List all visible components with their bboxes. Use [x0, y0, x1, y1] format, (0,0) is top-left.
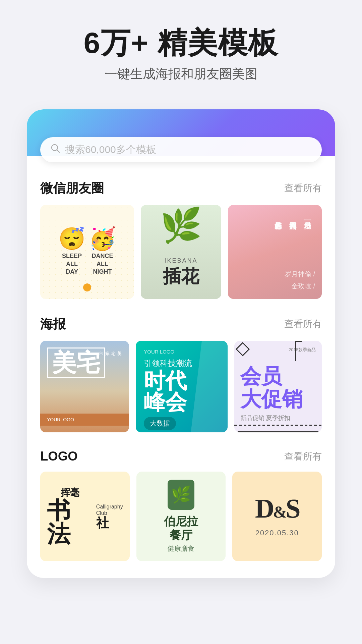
poster1-logo: YOURLOGO: [47, 417, 122, 422]
phone-card: 搜索60,000多个模板 微信朋友圈 查看所有 😴 SLEEPALLDAY 🥳: [27, 109, 335, 578]
wechat-view-all[interactable]: 查看所有: [284, 182, 322, 195]
wechat-card-poem[interactable]: 岁月是一场 有去无回的旅行 好的坏的都是风景 岁月神偷 / 金玫岐 /: [228, 205, 322, 299]
poster2-title1: 时代: [144, 369, 187, 393]
logo1-en1: Calligraphy: [96, 503, 123, 510]
logo3-amp: &: [273, 502, 286, 521]
search-bar[interactable]: 搜索60,000多个模板: [40, 137, 322, 162]
ikebana-en-text: IKEBANA: [141, 257, 221, 264]
logo2-leaf-icon: 🌿: [168, 480, 194, 510]
logo1-cn2: 书法: [47, 499, 94, 546]
hero-subtitle: 一键生成海报和朋友圈美图: [20, 65, 342, 83]
wechat-section-title: 微信朋友圈: [40, 180, 104, 197]
poster-section-header: 海报 查看所有: [40, 316, 322, 333]
poster3-diamond: [235, 342, 249, 356]
logo1-cn3: 社: [96, 517, 109, 529]
poem-author2: 金玫岐 /: [285, 280, 315, 292]
ikebana-text-block: IKEBANA 插花: [141, 257, 221, 289]
orange-dot: [83, 283, 91, 291]
logo1-en-block: Calligraphy Club 社: [96, 503, 123, 529]
logo1-content: 挥毫 书法 Calligraphy Club 社: [47, 486, 123, 546]
ikebana-cn-text: 插花: [141, 264, 221, 289]
logo3-letters: D&S: [255, 495, 299, 522]
poem-author1: 岁月神偷 /: [285, 268, 315, 280]
poster3-t1: 会员: [240, 365, 282, 388]
wechat-section-header: 微信朋友圈 查看所有: [40, 180, 322, 197]
logo-card-restaurant[interactable]: 🌿 伯尼拉 餐厅 健康膳食: [136, 472, 226, 561]
logo2-name1: 伯尼拉: [164, 515, 198, 528]
logo1-cn-block: 挥毫 书法: [47, 486, 94, 546]
logo1-cn1: 挥毫: [61, 486, 79, 499]
logo2-sub-text: 健康膳食: [164, 544, 198, 553]
wechat-card-sleep-dance[interactable]: 😴 SLEEPALLDAY 🥳 DANCEALLNIGHT: [40, 205, 134, 299]
poster3-badge-text: 2018款季新品: [240, 347, 316, 353]
logo-card-calligraphy[interactable]: 挥毫 书法 Calligraphy Club 社: [40, 472, 130, 561]
poster-section-title: 海报: [40, 316, 66, 333]
poster3-content: 会员 大促销 新品促销 夏季折扣: [240, 365, 316, 422]
logo3-s: S: [286, 494, 299, 523]
poem-author-block: 岁月神偷 / 金玫岐 /: [285, 268, 315, 292]
poster1-big-title: 美宅: [47, 347, 105, 378]
svg-line-1: [57, 150, 59, 152]
poster-view-all[interactable]: 查看所有: [284, 318, 322, 330]
poem-line3: 好的坏的都是风景: [271, 216, 286, 291]
logo-card-ds[interactable]: D&S 2020.05.30: [232, 472, 322, 561]
logo-section-title: LOGO: [40, 449, 78, 464]
poster-card-summit[interactable]: YOUR LOGO 引领科技潮流 时代 峰会 大数据: [136, 341, 227, 432]
wechat-cards-row: 😴 SLEEPALLDAY 🥳 DANCEALLNIGHT 🌿 IKEBANA …: [40, 205, 322, 299]
poster3-sub-text: 新品促销 夏季折扣: [240, 414, 316, 422]
poster1-bottom-bar: YOURLOGO: [40, 414, 129, 426]
logo-view-all[interactable]: 查看所有: [284, 450, 322, 463]
poster3-corner: [295, 341, 302, 361]
poster-card-meizhai[interactable]: 美宅 尽美宅宅在家向 YOURLOGO: [40, 341, 129, 432]
poster1-top: 美宅 尽美宅宅在家向: [47, 347, 122, 414]
logo2-name2: 餐厅: [170, 529, 192, 541]
logo2-name-text: 伯尼拉 餐厅: [164, 515, 198, 542]
poster2-title2: 峰会: [144, 390, 187, 414]
poster-card-member[interactable]: 2018款季新品 会员 大促销 新品促销 夏季折扣: [234, 341, 322, 432]
logo1-en2: Club: [96, 510, 107, 516]
logo-cards-row: 挥毫 书法 Calligraphy Club 社 🌿 伯尼拉 餐厅: [40, 472, 322, 561]
logo2-name-block: 伯尼拉 餐厅 健康膳食: [164, 515, 198, 553]
hero-section: 6万+ 精美模板 一键生成海报和朋友圈美图: [0, 0, 362, 96]
poster-cards-row: 美宅 尽美宅宅在家向 YOURLOGO YOUR LOGO 引领科技潮流 时代 …: [40, 341, 322, 432]
poster3-bottom-dashes: [234, 425, 322, 426]
logo3-d: D: [255, 494, 273, 523]
hero-title: 6万+ 精美模板: [20, 27, 342, 59]
gradient-header: 搜索60,000多个模板: [27, 109, 335, 156]
wechat-card-ikebana[interactable]: 🌿 IKEBANA 插花: [141, 205, 221, 299]
poster2-btn-label[interactable]: 大数据: [144, 417, 176, 430]
logo-section-header: LOGO 查看所有: [40, 449, 322, 464]
sections-wrapper: 微信朋友圈 查看所有 😴 SLEEPALLDAY 🥳 DANCEALLNIGHT: [27, 180, 335, 561]
poster3-title-text: 会员 大促销: [240, 365, 316, 411]
search-icon: [50, 143, 60, 156]
search-placeholder-text: 搜索60,000多个模板: [65, 143, 156, 157]
ikebana-leaves-emoji: 🌿: [160, 208, 202, 242]
poster3-bottom-line: [238, 431, 318, 432]
poster3-t2: 大促销: [240, 387, 303, 411]
logo3-date-text: 2020.05.30: [255, 529, 299, 537]
